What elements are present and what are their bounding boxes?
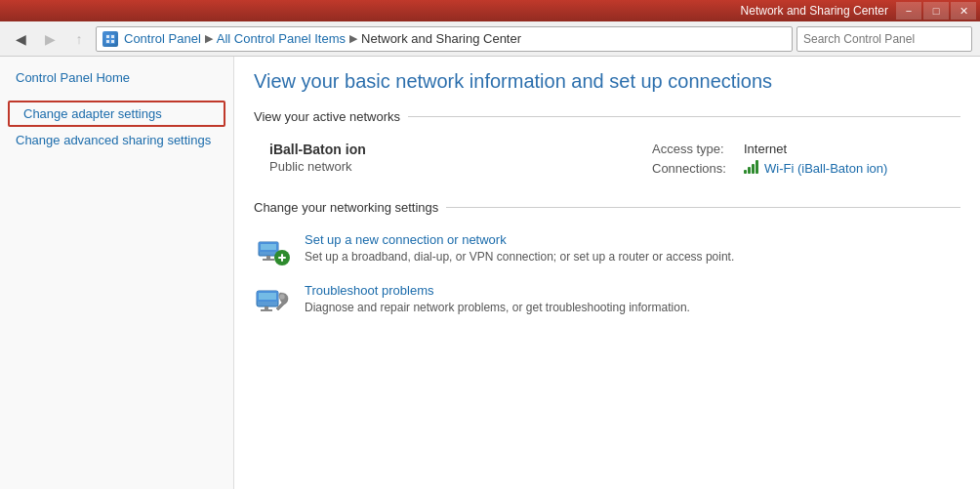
change-settings-divider: [446, 207, 960, 208]
access-type-label: Access type:: [652, 142, 740, 156]
setup-connection-desc: Set up a broadband, dial-up, or VPN conn…: [305, 250, 734, 264]
main-layout: Control Panel Home Change adapter settin…: [0, 57, 980, 489]
setup-connection-text: Set up a new connection or network Set u…: [305, 232, 960, 265]
svg-rect-7: [261, 244, 276, 250]
breadcrumb-sep-1: ▶: [205, 32, 213, 45]
svg-rect-15: [259, 293, 276, 300]
svg-rect-3: [106, 40, 109, 43]
svg-rect-12: [281, 254, 283, 262]
sidebar-control-panel-home[interactable]: Control Panel Home: [0, 66, 233, 89]
active-networks-divider: [408, 116, 960, 117]
setup-connection-icon: [254, 232, 293, 267]
network-type: Public network: [269, 159, 633, 174]
search-input[interactable]: [796, 26, 972, 52]
breadcrumb-all-items[interactable]: All Control Panel Items: [217, 31, 346, 46]
setup-connection-item: Set up a new connection or network Set u…: [254, 224, 960, 275]
address-bar: ◀ ▶ ↑ Control Panel ▶ All Control Panel …: [0, 21, 980, 57]
svg-rect-16: [265, 306, 268, 309]
content-area: View your basic network information and …: [234, 57, 980, 489]
svg-rect-4: [111, 40, 114, 43]
sidebar-change-adapter-settings[interactable]: Change adapter settings: [8, 101, 225, 127]
troubleshoot-link[interactable]: Troubleshoot problems: [305, 283, 960, 298]
change-settings-section-header: Change your networking settings: [254, 200, 960, 215]
access-type-value: Internet: [744, 142, 787, 156]
forward-button[interactable]: ▶: [37, 26, 62, 52]
network-right: Access type: Internet Connections:: [652, 142, 945, 177]
wifi-bars-icon: [744, 160, 760, 177]
breadcrumb: Control Panel ▶ All Control Panel Items …: [96, 26, 793, 52]
troubleshoot-icon: [254, 283, 293, 318]
close-button[interactable]: ✕: [951, 2, 976, 20]
title-bar-buttons: − □ ✕: [896, 2, 976, 20]
svg-rect-9: [263, 259, 274, 261]
troubleshoot-item: Troubleshoot problems Diagnose and repai…: [254, 275, 960, 326]
title-bar: Network and Sharing Center − □ ✕: [0, 0, 980, 21]
setup-connection-link[interactable]: Set up a new connection or network: [305, 232, 960, 247]
minimize-button[interactable]: −: [896, 2, 921, 20]
networking-settings: Change your networking settings: [254, 200, 960, 326]
maximize-button[interactable]: □: [923, 2, 949, 20]
connections-row: Connections: Wi-Fi (iBall-Baton ion): [652, 160, 945, 177]
active-networks-header-text: View your active networks: [254, 109, 400, 124]
svg-rect-1: [106, 35, 109, 38]
title-bar-text: Network and Sharing Center: [4, 4, 896, 18]
active-networks-section-header: View your active networks: [254, 109, 960, 124]
breadcrumb-sep-2: ▶: [349, 32, 357, 45]
svg-point-18: [279, 294, 285, 300]
svg-rect-2: [111, 35, 114, 38]
breadcrumb-control-panel[interactable]: Control Panel: [124, 31, 201, 46]
up-button[interactable]: ↑: [66, 26, 92, 52]
svg-rect-8: [266, 256, 270, 259]
svg-rect-17: [261, 309, 272, 311]
breadcrumb-icon: [102, 31, 118, 47]
troubleshoot-desc: Diagnose and repair network problems, or…: [305, 301, 690, 314]
active-networks-content: iBall-Baton ion Public network Access ty…: [254, 134, 960, 192]
change-settings-header-text: Change your networking settings: [254, 200, 438, 215]
page-title: View your basic network information and …: [254, 68, 960, 94]
breadcrumb-current: Network and Sharing Center: [361, 31, 521, 46]
back-button[interactable]: ◀: [8, 26, 33, 52]
access-type-row: Access type: Internet: [652, 142, 945, 156]
wifi-link-text: Wi-Fi (iBall-Baton ion): [764, 161, 887, 176]
sidebar: Control Panel Home Change adapter settin…: [0, 57, 234, 489]
connections-label: Connections:: [652, 161, 740, 176]
sidebar-change-advanced-sharing[interactable]: Change advanced sharing settings: [0, 129, 233, 151]
wifi-link[interactable]: Wi-Fi (iBall-Baton ion): [744, 160, 887, 177]
network-info: iBall-Baton ion Public network: [269, 142, 633, 177]
network-name: iBall-Baton ion: [269, 142, 633, 157]
troubleshoot-text: Troubleshoot problems Diagnose and repai…: [305, 283, 960, 316]
